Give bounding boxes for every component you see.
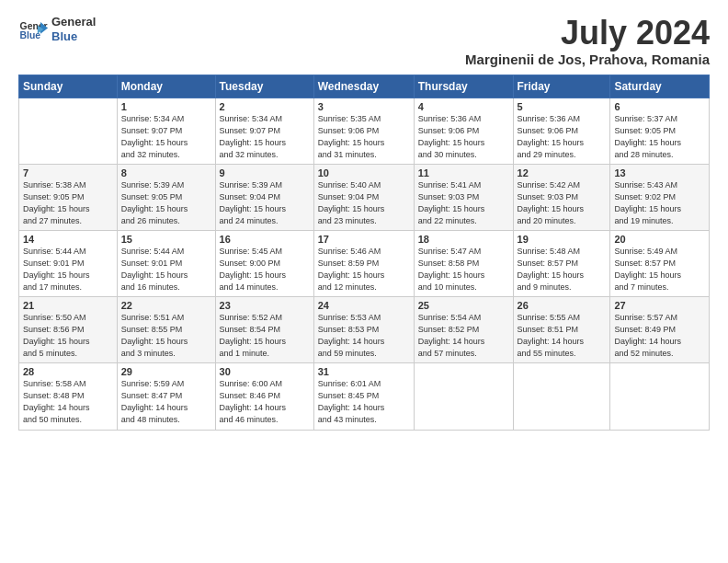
calendar-cell: 16Sunrise: 5:45 AM Sunset: 9:00 PM Dayli… bbox=[215, 230, 313, 296]
calendar-cell: 14Sunrise: 5:44 AM Sunset: 9:01 PM Dayli… bbox=[19, 230, 118, 296]
day-info: Sunrise: 5:45 AM Sunset: 9:00 PM Dayligh… bbox=[220, 246, 310, 293]
header: General Blue General Blue July 2024 Marg… bbox=[18, 15, 710, 67]
day-number: 27 bbox=[614, 300, 705, 311]
title-block: July 2024 Marginenii de Jos, Prahova, Ro… bbox=[465, 15, 710, 67]
weekday-header-friday: Friday bbox=[513, 75, 610, 98]
day-info: Sunrise: 6:01 AM Sunset: 8:45 PM Dayligh… bbox=[318, 378, 410, 426]
calendar-cell: 11Sunrise: 5:41 AM Sunset: 9:03 PM Dayli… bbox=[414, 164, 513, 230]
day-info: Sunrise: 5:44 AM Sunset: 9:01 PM Dayligh… bbox=[121, 246, 211, 293]
calendar-cell: 13Sunrise: 5:43 AM Sunset: 9:02 PM Dayli… bbox=[610, 164, 710, 230]
weekday-header-saturday: Saturday bbox=[610, 75, 710, 98]
weekday-header-monday: Monday bbox=[117, 75, 215, 98]
day-number: 1 bbox=[121, 101, 211, 112]
logo-icon: General Blue bbox=[18, 15, 48, 44]
calendar-cell bbox=[19, 98, 118, 164]
calendar-table: SundayMondayTuesdayWednesdayThursdayFrid… bbox=[18, 75, 710, 431]
day-number: 12 bbox=[518, 167, 607, 178]
calendar-cell bbox=[513, 363, 610, 430]
calendar-cell bbox=[610, 363, 710, 430]
calendar-week-4: 21Sunrise: 5:50 AM Sunset: 8:56 PM Dayli… bbox=[19, 297, 710, 363]
calendar-cell: 17Sunrise: 5:46 AM Sunset: 8:59 PM Dayli… bbox=[313, 230, 414, 296]
calendar-cell: 15Sunrise: 5:44 AM Sunset: 9:01 PM Dayli… bbox=[117, 230, 215, 296]
day-info: Sunrise: 5:46 AM Sunset: 8:59 PM Dayligh… bbox=[318, 246, 410, 293]
day-info: Sunrise: 5:38 AM Sunset: 9:05 PM Dayligh… bbox=[23, 179, 113, 227]
calendar-cell: 29Sunrise: 5:59 AM Sunset: 8:47 PM Dayli… bbox=[117, 363, 215, 430]
calendar-cell: 5Sunrise: 5:36 AM Sunset: 9:06 PM Daylig… bbox=[513, 98, 610, 164]
weekday-header-row: SundayMondayTuesdayWednesdayThursdayFrid… bbox=[19, 75, 710, 98]
day-number: 29 bbox=[121, 366, 211, 377]
day-info: Sunrise: 5:36 AM Sunset: 9:06 PM Dayligh… bbox=[518, 113, 607, 161]
day-number: 3 bbox=[318, 101, 410, 112]
calendar-cell: 3Sunrise: 5:35 AM Sunset: 9:06 PM Daylig… bbox=[313, 98, 414, 164]
calendar-cell: 26Sunrise: 5:55 AM Sunset: 8:51 PM Dayli… bbox=[513, 297, 610, 363]
day-info: Sunrise: 5:41 AM Sunset: 9:03 PM Dayligh… bbox=[418, 179, 509, 227]
calendar-week-1: 1Sunrise: 5:34 AM Sunset: 9:07 PM Daylig… bbox=[19, 98, 710, 164]
calendar-week-5: 28Sunrise: 5:58 AM Sunset: 8:48 PM Dayli… bbox=[19, 363, 710, 430]
day-number: 7 bbox=[23, 167, 113, 178]
calendar-cell: 22Sunrise: 5:51 AM Sunset: 8:55 PM Dayli… bbox=[117, 297, 215, 363]
calendar-cell: 8Sunrise: 5:39 AM Sunset: 9:05 PM Daylig… bbox=[117, 164, 215, 230]
calendar-cell: 30Sunrise: 6:00 AM Sunset: 8:46 PM Dayli… bbox=[215, 363, 313, 430]
day-number: 28 bbox=[23, 366, 113, 377]
day-info: Sunrise: 5:44 AM Sunset: 9:01 PM Dayligh… bbox=[23, 246, 113, 293]
day-number: 5 bbox=[518, 101, 607, 112]
day-info: Sunrise: 5:53 AM Sunset: 8:53 PM Dayligh… bbox=[318, 312, 410, 360]
logo: General Blue General Blue bbox=[18, 15, 96, 44]
day-info: Sunrise: 5:47 AM Sunset: 8:58 PM Dayligh… bbox=[418, 246, 509, 293]
day-info: Sunrise: 5:58 AM Sunset: 8:48 PM Dayligh… bbox=[23, 378, 113, 426]
day-number: 10 bbox=[318, 167, 410, 178]
day-info: Sunrise: 5:34 AM Sunset: 9:07 PM Dayligh… bbox=[220, 113, 310, 161]
day-number: 14 bbox=[23, 234, 113, 245]
calendar-cell: 20Sunrise: 5:49 AM Sunset: 8:57 PM Dayli… bbox=[610, 230, 710, 296]
day-number: 6 bbox=[614, 101, 705, 112]
day-info: Sunrise: 5:39 AM Sunset: 9:05 PM Dayligh… bbox=[121, 179, 211, 227]
calendar-cell bbox=[414, 363, 513, 430]
calendar-cell: 6Sunrise: 5:37 AM Sunset: 9:05 PM Daylig… bbox=[610, 98, 710, 164]
day-number: 21 bbox=[23, 300, 113, 311]
day-number: 30 bbox=[220, 366, 310, 377]
day-info: Sunrise: 5:54 AM Sunset: 8:52 PM Dayligh… bbox=[418, 312, 509, 360]
day-number: 22 bbox=[121, 300, 211, 311]
day-info: Sunrise: 5:52 AM Sunset: 8:54 PM Dayligh… bbox=[220, 312, 310, 360]
day-number: 17 bbox=[318, 234, 410, 245]
calendar-cell: 27Sunrise: 5:57 AM Sunset: 8:49 PM Dayli… bbox=[610, 297, 710, 363]
logo-text-blue: Blue bbox=[51, 29, 96, 44]
day-number: 25 bbox=[418, 300, 509, 311]
weekday-header-tuesday: Tuesday bbox=[215, 75, 313, 98]
day-info: Sunrise: 5:48 AM Sunset: 8:57 PM Dayligh… bbox=[518, 246, 607, 293]
weekday-header-sunday: Sunday bbox=[19, 75, 118, 98]
calendar-cell: 4Sunrise: 5:36 AM Sunset: 9:06 PM Daylig… bbox=[414, 98, 513, 164]
location-title: Marginenii de Jos, Prahova, Romania bbox=[465, 52, 710, 67]
calendar-cell: 1Sunrise: 5:34 AM Sunset: 9:07 PM Daylig… bbox=[117, 98, 215, 164]
day-number: 2 bbox=[220, 101, 310, 112]
calendar-cell: 28Sunrise: 5:58 AM Sunset: 8:48 PM Dayli… bbox=[19, 363, 118, 430]
day-info: Sunrise: 5:59 AM Sunset: 8:47 PM Dayligh… bbox=[121, 378, 211, 426]
day-number: 19 bbox=[518, 234, 607, 245]
day-info: Sunrise: 5:37 AM Sunset: 9:05 PM Dayligh… bbox=[614, 113, 705, 161]
day-number: 23 bbox=[220, 300, 310, 311]
calendar-cell: 23Sunrise: 5:52 AM Sunset: 8:54 PM Dayli… bbox=[215, 297, 313, 363]
weekday-header-wednesday: Wednesday bbox=[313, 75, 414, 98]
day-number: 26 bbox=[518, 300, 607, 311]
day-info: Sunrise: 5:51 AM Sunset: 8:55 PM Dayligh… bbox=[121, 312, 211, 360]
day-number: 20 bbox=[614, 234, 705, 245]
day-number: 31 bbox=[318, 366, 410, 377]
day-info: Sunrise: 5:42 AM Sunset: 9:03 PM Dayligh… bbox=[518, 179, 607, 227]
day-info: Sunrise: 5:35 AM Sunset: 9:06 PM Dayligh… bbox=[318, 113, 410, 161]
day-info: Sunrise: 5:43 AM Sunset: 9:02 PM Dayligh… bbox=[614, 179, 705, 227]
calendar-cell: 31Sunrise: 6:01 AM Sunset: 8:45 PM Dayli… bbox=[313, 363, 414, 430]
day-number: 18 bbox=[418, 234, 509, 245]
calendar-cell: 7Sunrise: 5:38 AM Sunset: 9:05 PM Daylig… bbox=[19, 164, 118, 230]
day-number: 16 bbox=[220, 234, 310, 245]
calendar-cell: 18Sunrise: 5:47 AM Sunset: 8:58 PM Dayli… bbox=[414, 230, 513, 296]
day-info: Sunrise: 6:00 AM Sunset: 8:46 PM Dayligh… bbox=[220, 378, 310, 426]
weekday-header-thursday: Thursday bbox=[414, 75, 513, 98]
day-info: Sunrise: 5:34 AM Sunset: 9:07 PM Dayligh… bbox=[121, 113, 211, 161]
calendar-cell: 19Sunrise: 5:48 AM Sunset: 8:57 PM Dayli… bbox=[513, 230, 610, 296]
calendar-week-3: 14Sunrise: 5:44 AM Sunset: 9:01 PM Dayli… bbox=[19, 230, 710, 296]
day-info: Sunrise: 5:39 AM Sunset: 9:04 PM Dayligh… bbox=[220, 179, 310, 227]
day-number: 11 bbox=[418, 167, 509, 178]
day-number: 8 bbox=[121, 167, 211, 178]
calendar-cell: 12Sunrise: 5:42 AM Sunset: 9:03 PM Dayli… bbox=[513, 164, 610, 230]
day-info: Sunrise: 5:57 AM Sunset: 8:49 PM Dayligh… bbox=[614, 312, 705, 360]
